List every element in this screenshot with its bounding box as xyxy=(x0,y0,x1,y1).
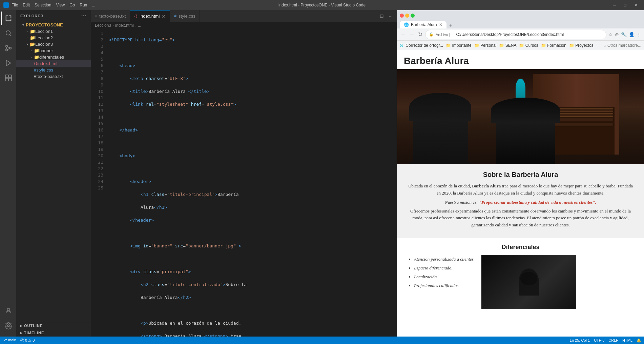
minimize-button[interactable]: ─ xyxy=(610,2,619,8)
menu-selection[interactable]: Selection xyxy=(35,3,51,7)
project-root[interactable]: ▾ PROYECTOSONE xyxy=(16,22,91,28)
status-line-col[interactable]: Ln 25, Col 1 xyxy=(570,338,590,343)
activity-source-control[interactable] xyxy=(1,41,15,55)
activity-search[interactable] xyxy=(1,26,15,40)
leccion3-icon: 📂 xyxy=(30,42,35,47)
breadcrumb-indexhtml[interactable]: index.html xyxy=(115,23,134,28)
browser-profile-icon[interactable]: 👤 xyxy=(629,32,635,37)
menu-run[interactable]: Run xyxy=(80,3,87,7)
preview-paragraph1: Ubicada en el corazón de la ciudad, Barb… xyxy=(407,183,634,197)
bookmark-more[interactable]: » Otros marcadore... xyxy=(604,43,641,48)
svg-point-11 xyxy=(7,325,9,327)
browser-extension-icon[interactable]: 🔧 xyxy=(621,32,627,37)
code-editor[interactable]: 12345 678910 1112131415 1617181920 21222… xyxy=(91,29,397,337)
sidebar-item-indexhtml[interactable]: ⟨⟩ index.html xyxy=(16,60,91,67)
status-right: Ln 25, Col 1 UTF-8 CRLF HTML 🔔 xyxy=(570,338,641,343)
title-bar-controls: ─ □ ✕ xyxy=(610,2,641,8)
svg-point-4 xyxy=(9,47,12,49)
tab-textobase[interactable]: ≡ texto-base.txt xyxy=(91,10,130,22)
sidebar-item-stylecss[interactable]: # style.css xyxy=(16,67,91,73)
banner-label: banner xyxy=(39,48,53,53)
tab-stylecss[interactable]: # style.css xyxy=(170,10,200,22)
bookmark-proyectos[interactable]: 📁 Proyectos xyxy=(569,43,594,48)
preview-banner xyxy=(397,69,644,164)
browser-reload-button[interactable]: ↻ xyxy=(417,31,423,38)
stylecss-icon: # xyxy=(34,67,36,73)
browser-tab-close[interactable]: ✕ xyxy=(439,22,442,27)
activity-account[interactable] xyxy=(1,304,15,318)
status-branch[interactable]: ⎇ main xyxy=(3,338,16,343)
browser-forward-button[interactable]: → xyxy=(409,31,415,38)
bookmark-cursos[interactable]: 📁 Cursos xyxy=(519,43,538,48)
tab-indexhtml-label: index.html xyxy=(140,14,160,19)
banner-icon: 📁 xyxy=(34,48,39,53)
activity-extensions[interactable] xyxy=(1,71,15,85)
browser-minimize-dot[interactable] xyxy=(405,14,409,18)
title-bar-menu: File Edit Selection View Go Run ... xyxy=(12,3,95,7)
status-encoding[interactable]: UTF-8 xyxy=(594,338,604,343)
sidebar-item-leccion2[interactable]: › 📁 Leccion2 xyxy=(16,35,91,41)
svg-rect-8 xyxy=(5,78,8,81)
browser-maximize-dot[interactable] xyxy=(411,14,415,18)
code-line-15 xyxy=(109,230,394,236)
leccion1-arrow: › xyxy=(24,29,30,33)
activity-explorer[interactable] xyxy=(1,12,15,25)
menu-file[interactable]: File xyxy=(12,3,18,7)
browser-menu-icon[interactable]: ⋮ xyxy=(637,32,641,37)
close-button[interactable]: ✕ xyxy=(632,2,641,8)
tab-indexhtml-close[interactable]: ✕ xyxy=(162,14,166,19)
sidebar-item-leccion3[interactable]: ▾ 📂 Leccion3 xyxy=(16,41,91,47)
sidebar-item-diferenciales[interactable]: › 📁 diferenciales xyxy=(16,54,91,60)
more-actions-button[interactable]: ··· xyxy=(387,13,394,19)
bookmark-personal[interactable]: 📁 Personal xyxy=(474,43,497,48)
browser-bookmarks: S Corrector de ortogr... 📁 Importante 📁 … xyxy=(397,41,644,50)
browser-new-tab[interactable]: + xyxy=(446,22,455,28)
tab-indexhtml[interactable]: ⟨⟩ index.html ✕ xyxy=(130,10,170,22)
browser-bookmark-icon[interactable]: ☆ xyxy=(608,32,613,37)
browser-tab[interactable]: 🌐 Barbería Alura ✕ xyxy=(400,21,446,28)
title-bar-left: File Edit Selection View Go Run ... xyxy=(3,2,95,8)
sidebar-item-banner[interactable]: › 📁 banner xyxy=(16,47,91,54)
bookmark-formacion[interactable]: 📁 Formación xyxy=(541,43,566,48)
sidebar-item-leccion1[interactable]: › 📁 Leccion1 xyxy=(16,28,91,35)
browser-back-button[interactable]: ← xyxy=(400,31,407,38)
timeline-section[interactable]: ▸ TIMELINE xyxy=(16,329,91,337)
breadcrumb: Leccion3 › index.html › ... xyxy=(91,22,397,29)
menu-view[interactable]: View xyxy=(56,3,65,7)
browser-content[interactable]: Barbería Alura xyxy=(397,50,644,337)
split-editor-button[interactable]: ⊟ xyxy=(378,13,385,19)
sidebar-item-textobase[interactable]: ≡ texto-base.txt xyxy=(16,73,91,80)
bookmark-corrector[interactable]: Corrector de ortogr... xyxy=(406,43,443,48)
maximize-button[interactable]: □ xyxy=(621,2,629,8)
status-notifications[interactable]: 🔔 xyxy=(637,338,641,343)
breadcrumb-more[interactable]: ... xyxy=(138,23,141,28)
tab-bar: ≡ texto-base.txt ⟨⟩ index.html ✕ # style… xyxy=(91,10,397,22)
status-left: ⎇ main ⓪ 0 ⚠ 0 xyxy=(3,338,35,343)
activity-settings[interactable] xyxy=(1,319,15,332)
browser-zoom-icon[interactable]: ⊕ xyxy=(615,32,619,37)
code-content[interactable]: <!DOCTYPE html lang="es"> <head> <meta c… xyxy=(106,29,397,337)
breadcrumb-leccion3[interactable]: Leccion3 xyxy=(95,23,111,28)
outline-section[interactable]: ▸ OUTLINE xyxy=(16,322,91,329)
browser-close-dot[interactable] xyxy=(400,14,404,18)
preview-diff-image xyxy=(481,255,576,309)
svg-line-1 xyxy=(10,35,11,36)
status-language[interactable]: HTML xyxy=(622,338,632,343)
activity-run[interactable] xyxy=(1,56,15,70)
menu-go[interactable]: Go xyxy=(69,3,75,7)
project-name: PROYECTOSONE xyxy=(26,22,63,27)
status-line-ending[interactable]: CRLF xyxy=(608,338,618,343)
sidebar-menu-icon[interactable]: ··· xyxy=(81,13,87,19)
status-errors[interactable]: ⓪ 0 ⚠ 0 xyxy=(20,338,35,343)
bookmark-sena[interactable]: 📁 SENA xyxy=(499,43,516,48)
mission-text: "Proporcionar autoestima y calidad de vi… xyxy=(479,200,596,205)
menu-edit[interactable]: Edit xyxy=(23,3,30,7)
bookmark-importante[interactable]: 📁 Importante xyxy=(446,43,472,48)
leccion3-label: Leccion3 xyxy=(35,42,53,47)
tab-actions: ⊟ ··· xyxy=(378,13,397,19)
menu-more[interactable]: ... xyxy=(92,3,95,7)
code-line-5: <title>Barbería Alura </title> xyxy=(109,88,394,95)
browser-url-input[interactable] xyxy=(452,30,603,39)
preview-title: Barbería Alura xyxy=(397,50,644,69)
preview-section-diferenciales: Diferenciales Atención personalizada a c… xyxy=(397,238,644,315)
